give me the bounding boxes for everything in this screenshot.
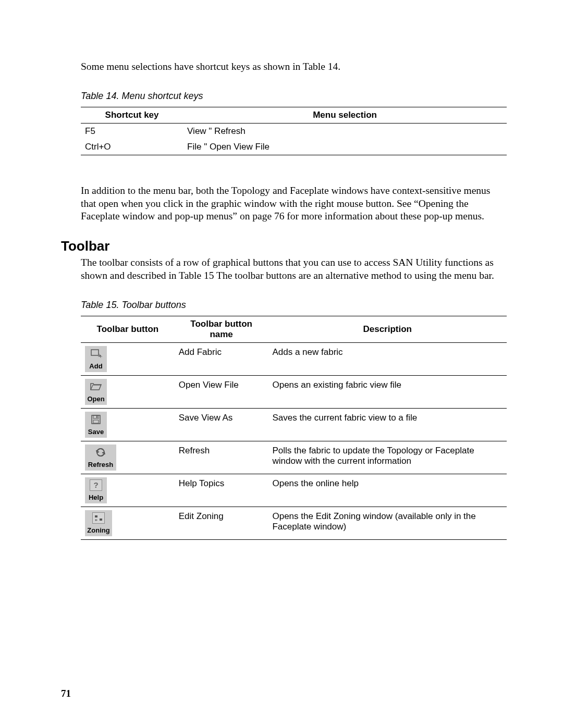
svg-rect-0 [91, 350, 99, 355]
table15-header-name: Toolbar button name [175, 316, 268, 343]
open-button-icon: Open [85, 379, 107, 405]
context-paragraph: In addition to the menu bar, both the To… [61, 184, 507, 223]
svg-rect-1 [92, 415, 100, 424]
table-row: Refresh Refresh Polls the fabric to upda… [81, 441, 507, 474]
cell-name: Edit Zoning [175, 507, 268, 540]
cell-name: Open View File [175, 376, 268, 409]
table-row: Ctrl+O File " Open View File [81, 139, 507, 155]
icon-label: Refresh [88, 461, 113, 468]
toolbar-heading: Toolbar [61, 238, 507, 254]
cell-button: ? Help [81, 474, 175, 507]
table15-caption: Table 15. Toolbar buttons [61, 300, 507, 311]
cell-desc: Saves the current fabric view to a file [268, 409, 507, 441]
page-number: 71 [61, 688, 71, 699]
cell-shortcut: F5 [81, 124, 183, 140]
page-content: Some menu selections have shortcut keys … [61, 60, 507, 540]
cell-name: Refresh [175, 441, 268, 474]
cell-name: Help Topics [175, 474, 268, 507]
icon-label: Help [89, 493, 103, 501]
refresh-button-icon: Refresh [85, 445, 116, 471]
svg-rect-2 [93, 415, 99, 418]
icon-label: Save [88, 428, 104, 436]
table15: Toolbar button Toolbar button name Descr… [81, 316, 507, 540]
table14: Shortcut key Menu selection F5 View " Re… [81, 107, 507, 155]
svg-rect-3 [96, 416, 97, 418]
cell-desc: Opens an existing fabric view file [268, 376, 507, 409]
icon-label: Add [89, 362, 102, 370]
cell-button: Zoning [81, 507, 175, 540]
cell-button: Refresh [81, 441, 175, 474]
add-button-icon: Add [85, 346, 107, 372]
table14-caption: Table 14. Menu shortcut keys [61, 91, 507, 102]
cell-shortcut: Ctrl+O [81, 139, 183, 155]
svg-rect-4 [93, 420, 99, 423]
table-row: F5 View " Refresh [81, 124, 507, 140]
help-button-icon: ? Help [85, 477, 107, 503]
open-icon [89, 381, 103, 392]
intro-paragraph: Some menu selections have shortcut keys … [61, 60, 507, 73]
icon-label: Open [87, 395, 104, 403]
svg-rect-6 [95, 515, 97, 517]
table-row: Open Open View File Opens an existing fa… [81, 376, 507, 409]
refresh-icon [94, 447, 107, 458]
cell-menu: File " Open View File [183, 139, 507, 155]
cell-desc: Opens the Edit Zoning window (available … [268, 507, 507, 540]
svg-text:?: ? [93, 480, 98, 489]
cell-desc: Polls the fabric to update the Topology … [268, 441, 507, 474]
save-button-icon: Save [85, 412, 107, 438]
table-row: ? Help Help Topics Opens the online help [81, 474, 507, 507]
table15-header-desc: Description [268, 316, 507, 343]
icon-label: Zoning [87, 526, 109, 534]
table-row: Zoning Edit Zoning Opens the Edit Zoning… [81, 507, 507, 540]
cell-desc: Opens the online help [268, 474, 507, 507]
zoning-icon [92, 512, 105, 524]
toolbar-paragraph: The toolbar consists of a row of graphic… [61, 256, 507, 282]
table15-header-button: Toolbar button [81, 316, 175, 343]
table-row: Save Save View As Saves the current fabr… [81, 409, 507, 441]
cell-menu: View " Refresh [183, 124, 507, 140]
save-icon [89, 414, 103, 425]
cell-button: Open [81, 376, 175, 409]
table-row: Add Add Fabric Adds a new fabric [81, 343, 507, 376]
cell-button: Add [81, 343, 175, 376]
cell-button: Save [81, 409, 175, 441]
zoning-button-icon: Zoning [85, 510, 112, 536]
cell-desc: Adds a new fabric [268, 343, 507, 376]
add-icon [89, 348, 103, 360]
table14-header-shortcut: Shortcut key [81, 107, 183, 124]
table14-header-menu: Menu selection [183, 107, 507, 124]
svg-rect-7 [100, 519, 102, 521]
help-icon: ? [89, 479, 103, 491]
cell-name: Save View As [175, 409, 268, 441]
cell-name: Add Fabric [175, 343, 268, 376]
